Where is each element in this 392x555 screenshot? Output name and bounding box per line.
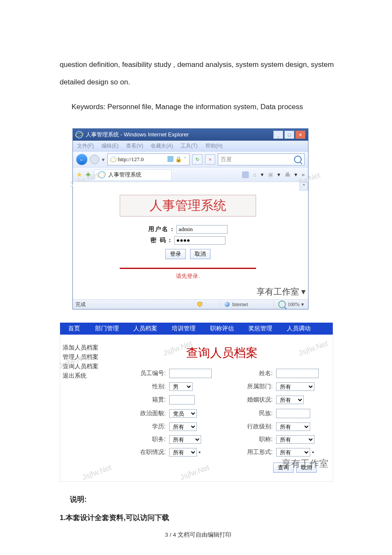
notes-heading: 说明: [60, 494, 337, 504]
menu-edit[interactable]: 编辑(E) [101, 142, 118, 150]
nav-reward[interactable]: 奖惩管理 [241, 323, 280, 335]
security-zone[interactable]: Internet [220, 301, 274, 308]
separator-line [120, 268, 256, 269]
zoom-icon [278, 301, 286, 308]
label-gender: 性别: [115, 383, 166, 390]
sidebar-add[interactable]: 添加人员档案 [63, 344, 109, 352]
paragraph-1: question definition, feasibility study ,… [60, 56, 337, 91]
label-admin-level: 行政级别: [226, 423, 273, 431]
username-input[interactable] [176, 225, 228, 234]
address-text: http://127.0 [118, 156, 144, 163]
page-title: 查询人员档案 [115, 345, 329, 361]
input-emp-no[interactable] [169, 369, 212, 378]
close-button[interactable]: × [295, 130, 306, 139]
nav-home[interactable]: 首页 [60, 323, 88, 335]
label-dept: 所属部门: [226, 383, 273, 390]
sidebar-query[interactable]: 查询人员档案 [63, 363, 109, 370]
menu-tools[interactable]: 工具(T) [181, 142, 197, 150]
menu-favorites[interactable]: 收藏夹(A) [151, 142, 173, 150]
select-gender[interactable]: 男 [169, 382, 193, 391]
nav-training[interactable]: 培训管理 [164, 323, 203, 335]
sidebar: 添加人员档案 管理人员档案 查询人员档案 退出系统 [60, 335, 111, 481]
password-input[interactable] [174, 236, 225, 245]
label-edu: 学历: [115, 423, 166, 431]
menu-view[interactable]: 查看(V) [126, 142, 143, 150]
login-button[interactable]: 登录 [165, 249, 186, 259]
search-box[interactable]: 百度 [218, 153, 305, 165]
username-label: 用户名 : [148, 225, 174, 233]
toolbar-icon[interactable] [242, 171, 249, 178]
cancel-button[interactable]: 取消 [190, 249, 210, 259]
password-label: 密 码 : [150, 237, 172, 244]
address-bar[interactable]: http://127.0 🔒 ˅ [107, 153, 190, 165]
add-favorite-icon[interactable]: ✚ [86, 171, 91, 178]
page-footer: 3 / 4 文档可自由编辑打印 [60, 531, 337, 539]
ie-icon [110, 156, 116, 162]
titlebar: 人事管理系统 - Windows Internet Explorer _ □ × [73, 129, 308, 141]
sidebar-exit[interactable]: 退出系统 [63, 372, 109, 380]
ie-window-screenshot: Jsjfw.Net Jsjfw.Net Jsjfw.Net 人事管理系统 - W… [72, 128, 308, 309]
notes-item-1: 1.本套设计全套资料,可以访问下载 [60, 513, 337, 523]
nav-personnel[interactable]: 人员档案 [126, 323, 164, 335]
select-political[interactable]: 党员 [169, 409, 197, 418]
label-job-status: 在职情况: [115, 448, 166, 456]
select-edu[interactable]: 所有 [169, 422, 197, 431]
nav-title[interactable]: 职称评估 [203, 323, 241, 335]
nav-forward-button[interactable] [90, 155, 99, 164]
browser-viewport: ˄ 人事管理系统 用户名 : 密 码 : 登录 取消 [73, 182, 308, 299]
brand-label: 享有工作室 [282, 457, 329, 470]
zoom-control[interactable]: 100% ▾ [274, 301, 308, 308]
sidebar-manage[interactable]: 管理人员档案 [63, 353, 109, 361]
menu-bar: 文件(F) 编辑(E) 查看(V) 收藏夹(A) 工具(T) 帮助(H) [73, 141, 308, 151]
label-nation: 民族: [226, 410, 273, 417]
stop-button[interactable]: × [205, 154, 215, 165]
shield-icon [197, 301, 203, 307]
label-emp-no: 员工编号: [115, 370, 166, 377]
label-emp-type: 用工形式: [226, 448, 273, 456]
select-admin-level[interactable]: 所有 [276, 422, 310, 431]
nav-transfer[interactable]: 人员调动 [280, 323, 318, 335]
address-toolbar: ← ▾ http://127.0 🔒 ˅ ↻ × 百度 [73, 151, 308, 167]
compat-icon[interactable] [167, 156, 173, 162]
query-form: 员工编号: 姓名: 性别: 男 所属部门: 所有 籍贯: 婚姻状况: 所有 政治… [115, 369, 329, 457]
globe-icon [225, 302, 230, 307]
scroll-up-icon[interactable]: ˄ [300, 182, 308, 191]
top-nav: 首页 部门管理 人员档案 培训管理 职称评估 奖惩管理 人员调动 [60, 323, 333, 335]
login-panel: 人事管理系统 用户名 : 密 码 : 登录 取消 [120, 195, 256, 280]
tab-toolbar: ★ ✚ 人事管理系统 ⌂▾ ▣▾ 🖶▾ » [73, 167, 308, 182]
label-native: 籍贯: [115, 396, 166, 404]
dropdown-icon[interactable]: ˅ [184, 156, 187, 163]
active-tab[interactable]: 人事管理系统 [94, 169, 172, 180]
login-message: 请先登录. [120, 272, 256, 280]
menu-help[interactable]: 帮助(H) [205, 142, 223, 150]
search-icon[interactable] [294, 156, 302, 163]
window-title: 人事管理系统 - Windows Internet Explorer [86, 131, 189, 139]
label-post: 职务: [115, 436, 166, 443]
minimize-button[interactable]: _ [273, 130, 283, 139]
select-emp-type[interactable]: 所有 [276, 448, 310, 457]
select-job-status[interactable]: 所有 [169, 448, 197, 457]
input-name[interactable] [276, 369, 319, 378]
ie-icon [75, 131, 83, 139]
status-done: 完成 [73, 301, 94, 308]
nav-dept[interactable]: 部门管理 [88, 323, 126, 335]
maximize-button[interactable]: □ [284, 130, 294, 139]
label-political: 政治面貌: [115, 410, 166, 417]
select-dept[interactable]: 所有 [276, 382, 314, 391]
print-icon[interactable]: 🖶 [285, 171, 290, 178]
login-title: 人事管理系统 [120, 195, 256, 217]
more-chevron-icon[interactable]: » [302, 171, 305, 178]
select-title[interactable]: 所有 [276, 435, 314, 444]
menu-file[interactable]: 文件(F) [77, 142, 94, 150]
refresh-button[interactable]: ↻ [192, 154, 202, 165]
input-native[interactable] [169, 395, 195, 405]
select-marriage[interactable]: 所有 [276, 396, 304, 404]
feed-icon[interactable]: ▣ [268, 171, 273, 178]
favorites-star-icon[interactable]: ★ [76, 171, 82, 179]
select-post[interactable]: 所有 [169, 435, 201, 444]
app-screenshot: Jsjfw.Net Jsjfw.Net Jsjfw.Net Jsjfw.Net … [60, 322, 333, 482]
home-icon[interactable]: ⌂ [253, 171, 257, 178]
tab-title: 人事管理系统 [108, 171, 141, 179]
input-nation[interactable] [276, 409, 310, 418]
nav-back-button[interactable]: ← [76, 154, 87, 165]
